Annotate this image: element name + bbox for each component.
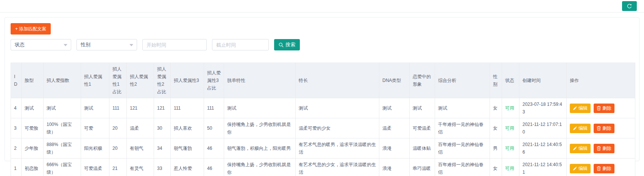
status-select[interactable]: 状态 [11,39,71,50]
cell-love_index: 100%（国宝级） [44,118,81,138]
cell-attr1_ratio: 21 [109,159,127,176]
delete-button[interactable]: 删除 [594,144,614,153]
pencil-icon [573,146,577,151]
cell-attr2: 有灵气 [127,159,154,176]
cell-attr2_ratio: 121 [154,98,171,118]
cell-gender: 男 [490,138,502,159]
cell-gender: 女 [490,159,502,176]
refresh-icon [627,3,632,9]
trash-icon [597,146,601,151]
add-match-copy-button[interactable]: + 添加匹配文案 [11,23,51,35]
cell-created_at: 2021-11-12 14:40:56 [519,138,567,159]
edit-button[interactable]: 编辑 [570,144,591,153]
cell-face_shape: 少年脸 [22,138,44,159]
delete-button[interactable]: 删除 [594,104,614,113]
cell-status: 可用 [502,159,519,176]
cell-actions: 编辑删除 [567,98,635,118]
cell-single_trait: 保持嘴角上扬，少男收割机就是你 [224,118,296,138]
cell-attr1: 可爱温柔 [81,159,109,176]
cell-attr3_ratio: 46 [204,159,224,176]
delete-button[interactable]: 删除 [594,124,614,133]
cell-single_trait: 测试 [224,98,296,118]
edit-button[interactable]: 编辑 [570,164,591,173]
cell-attr2_ratio: 34 [154,138,171,159]
cell-attr3: 惹人怜爱 [171,159,204,176]
filter-bar: 状态 性别 搜索 [11,39,633,50]
cell-attr3: 朝气蓬勃 [171,138,204,159]
pencil-icon [573,106,577,110]
end-time-input[interactable] [212,39,269,50]
cell-love_image: 温暖体贴 [410,138,435,159]
table-row: 2少年脸888%（国宝级）阳光积极20有朝气34朝气蓬勃46朝气蓬勃，积极向上，… [11,138,635,159]
cell-analysis: 千年难得一见的神仙眷侣 [435,118,490,138]
cell-attr2_ratio: 30 [154,118,171,138]
cell-love_index: 666%（国宝级） [44,159,81,176]
column-header-attr3_ratio: 招人爱属性3占比 [204,63,224,98]
gender-select[interactable]: 性别 [76,39,137,50]
column-header-dna_type: DNA类型 [379,63,410,98]
cell-created_at: 2023-07-18 17:59:43 [519,98,567,118]
cell-attr2: 温柔 [127,118,154,138]
trash-icon [597,106,601,110]
start-time-input[interactable] [142,39,207,50]
column-header-face_shape: 脸型 [22,63,44,98]
edit-button[interactable]: 编辑 [570,124,591,133]
cell-specialty: 有艺术气息的暖男，追求平淡温暖的生活 [296,138,379,159]
cell-attr3_ratio: 111 [204,98,224,118]
delete-button[interactable]: 删除 [594,164,614,173]
column-header-gender: 性别 [490,63,502,98]
table-row: 1初恋脸666%（国宝级）可爱温柔21有灵气33惹人怜爱46保持嘴角上扬，少男收… [11,159,635,176]
column-header-status: 状态 [502,63,519,98]
cell-analysis: 百年难得一见的神仙眷侣 [435,159,490,176]
column-header-love_index: 招人爱指数 [44,63,81,98]
trash-icon [597,126,601,130]
cell-single_trait: 保持嘴角上扬，少男收割机就是你 [224,159,296,176]
refresh-button[interactable] [622,1,637,11]
cell-created_at: 2021-11-12 17:07:10 [519,118,567,138]
column-header-attr2: 招人爱属性2 [127,63,154,98]
cell-attr1: 测试 [81,98,109,118]
table-row: 4测试测试测试111121121111111测试测试测试测试测试女可用2023-… [11,98,635,118]
cell-dna_type: 浪漫 [379,138,410,159]
column-header-analysis: 综合分析 [435,63,490,98]
column-header-created_at: 创建时间 [519,63,567,98]
gender-select-value: 性别 [81,41,90,48]
cell-actions: 编辑删除 [567,118,635,138]
cell-id: 4 [11,98,22,118]
content-card: + 添加匹配文案 状态 性别 搜索 ID脸型招人爱指数招人爱属性1招人爱属性1占… [5,17,639,161]
cell-specialty: 有艺术气息的少女，追求平淡温暖的生活 [296,159,379,176]
cell-dna_type: 浪漫 [379,159,410,176]
column-header-specialty: 特长 [296,63,379,98]
column-header-attr2_ratio: 招人爱属性2占比 [154,63,171,98]
column-header-attr1: 招人爱属性1 [81,63,109,98]
cell-gender: 女 [490,118,502,138]
cell-status: 可用 [502,98,519,118]
cell-attr2: 121 [127,98,154,118]
cell-attr2: 有朝气 [127,138,154,159]
chevron-down-icon [129,44,133,46]
cell-status: 可用 [502,138,519,159]
cell-attr3: 111 [171,98,204,118]
cell-dna_type: 测试 [379,98,410,118]
table-header-row: ID脸型招人爱指数招人爱属性1招人爱属性1占比招人爱属性2招人爱属性2占比招人爱… [11,63,635,98]
cell-attr2_ratio: 33 [154,159,171,176]
status-badge: 可用 [505,166,514,171]
topbar [0,0,644,13]
cell-specialty: 温柔可爱的少女 [296,118,379,138]
cell-attr3: 招人喜欢 [171,118,204,138]
cell-status: 可用 [502,118,519,138]
cell-id: 2 [11,138,22,159]
cell-attr1_ratio: 111 [109,98,127,118]
search-icon [279,42,284,47]
search-button-label: 搜索 [285,41,295,48]
cell-created_at: 2021-11-12 14:40:51 [519,159,567,176]
cell-love_image: 测试 [410,98,435,118]
cell-face_shape: 测试 [22,98,44,118]
column-header-attr3: 招人爱属性3 [171,63,204,98]
chevron-down-icon [64,44,67,46]
cell-attr3_ratio: 46 [204,138,224,159]
edit-button[interactable]: 编辑 [570,104,591,113]
cell-love_index: 888%（国宝级） [44,138,81,159]
search-button[interactable]: 搜索 [274,39,300,50]
cell-love_index: 测试 [44,98,81,118]
